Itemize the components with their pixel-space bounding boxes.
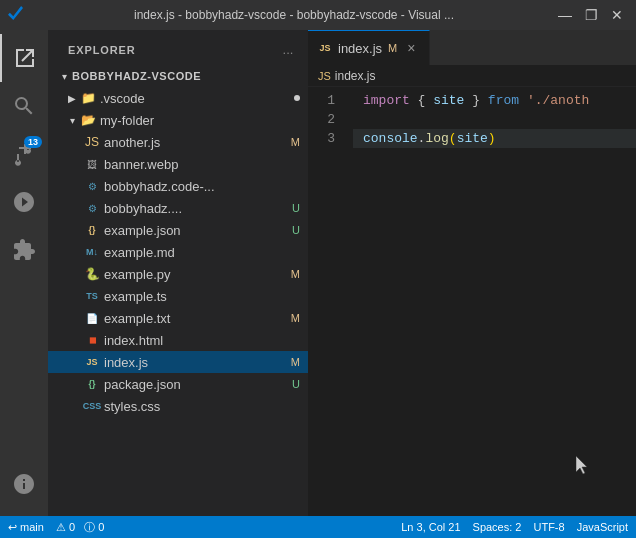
- workspace-label: BOBBYHADZ-VSCODE: [72, 70, 300, 82]
- activity-item-search[interactable]: [0, 82, 48, 130]
- my-folder-chevron-icon: ▾: [64, 112, 80, 128]
- code-content[interactable]: import { site } from './anoth console: [353, 91, 636, 512]
- main-layout: 13 EXPLORER ...: [0, 30, 636, 516]
- activity-item-extensions[interactable]: [0, 226, 48, 274]
- file-tree: ▶ 📁 .vscode ▾ 📂 my-folder JS another.js …: [48, 87, 308, 516]
- tree-item-examplejson[interactable]: {} example.json U: [48, 219, 308, 241]
- token-console: console: [363, 129, 418, 148]
- token-import: import: [363, 91, 410, 110]
- line-num-3: 3: [308, 129, 343, 148]
- stylescss-label: styles.css: [104, 399, 300, 414]
- examplepy-icon: 🐍: [84, 266, 100, 282]
- token-space: [519, 91, 527, 110]
- sidebar-actions: ...: [280, 42, 296, 58]
- packagejson-badge: U: [292, 378, 300, 390]
- tab-indexjs-icon: JS: [318, 41, 332, 55]
- examplepy-label: example.py: [104, 267, 285, 282]
- examplejson-badge: U: [292, 224, 300, 236]
- tree-item-my-folder[interactable]: ▾ 📂 my-folder: [48, 109, 308, 131]
- tab-bar: JS index.js M ×: [308, 30, 636, 65]
- exampletxt-icon: 📄: [84, 310, 100, 326]
- maximize-button[interactable]: ❐: [580, 4, 602, 26]
- tree-item-indexjs[interactable]: JS index.js M: [48, 351, 308, 373]
- tree-item-examplets[interactable]: TS example.ts: [48, 285, 308, 307]
- token-site: site: [433, 91, 464, 110]
- status-errors[interactable]: ⚠ 0 ⓘ 0: [56, 520, 105, 535]
- tree-item-examplemd[interactable]: M↓ example.md: [48, 241, 308, 263]
- title-bar: index.js - bobbyhadz-vscode - bobbyhadz-…: [0, 0, 636, 30]
- packagejson-icon: {}: [84, 376, 100, 392]
- sidebar-title: EXPLORER: [68, 44, 136, 56]
- activity-bar: 13: [0, 30, 48, 516]
- code-area[interactable]: 1 2 3 import { site } from './anoth: [308, 87, 636, 516]
- vscode-chevron-icon: ▶: [64, 90, 80, 106]
- activity-item-source-control[interactable]: 13: [0, 130, 48, 178]
- exampletxt-label: example.txt: [104, 311, 285, 326]
- status-right: Ln 3, Col 21 Spaces: 2 UTF-8 JavaScript: [401, 521, 628, 533]
- sidebar-more-button[interactable]: ...: [280, 42, 296, 58]
- bannerwebp-icon: 🖼: [84, 156, 100, 172]
- packagejson-label: package.json: [104, 377, 286, 392]
- bobbyhadz-code-label: bobbyhadz.code-...: [104, 179, 300, 194]
- status-language[interactable]: JavaScript: [577, 521, 628, 533]
- status-bar: ↩ main ⚠ 0 ⓘ 0 Ln 3, Col 21 Spaces: 2 UT…: [0, 516, 636, 538]
- token-log: log: [425, 129, 448, 148]
- bobbyhadz-code-icon: ⚙: [84, 178, 100, 194]
- bobbyhadz2-badge: U: [292, 202, 300, 214]
- my-folder-label: my-folder: [100, 113, 300, 128]
- tree-item-anotherjs[interactable]: JS another.js M: [48, 131, 308, 153]
- minimize-button[interactable]: —: [554, 4, 576, 26]
- tree-item-bobbyhadz-code[interactable]: ⚙ bobbyhadz.code-...: [48, 175, 308, 197]
- line-num-1: 1: [308, 91, 343, 110]
- activity-item-test[interactable]: [0, 460, 48, 508]
- examplemd-icon: M↓: [84, 244, 100, 260]
- sidebar: EXPLORER ... ▾ BOBBYHADZ-VSCODE ▶ 📁 .vsc…: [48, 30, 308, 516]
- token-dot: .: [418, 129, 426, 148]
- sidebar-header: EXPLORER ...: [48, 30, 308, 65]
- tree-item-bannerwebp[interactable]: 🖼 banner.webp: [48, 153, 308, 175]
- tree-item-indexhtml[interactable]: ◼ index.html: [48, 329, 308, 351]
- line-num-2: 2: [308, 110, 343, 129]
- exampletxt-badge: M: [291, 312, 300, 324]
- tab-indexjs-modified: M: [388, 42, 397, 54]
- indexhtml-icon: ◼: [84, 332, 100, 348]
- tree-item-packagejson[interactable]: {} package.json U: [48, 373, 308, 395]
- breadcrumb-file-icon: JS: [318, 70, 331, 82]
- bobbyhadz2-label: bobbyhadz....: [104, 201, 286, 216]
- code-line-1: import { site } from './anoth: [353, 91, 636, 110]
- status-spaces[interactable]: Spaces: 2: [473, 521, 522, 533]
- token-from: from: [488, 91, 519, 110]
- anotherjs-icon: JS: [84, 134, 100, 150]
- activity-item-run-debug[interactable]: [0, 178, 48, 226]
- status-branch[interactable]: ↩ main: [8, 521, 44, 534]
- tree-item-vscode[interactable]: ▶ 📁 .vscode: [48, 87, 308, 109]
- token-brace-open: {: [410, 91, 433, 110]
- workspace-chevron: ▾: [56, 68, 72, 84]
- line-numbers: 1 2 3: [308, 91, 353, 512]
- examplejson-icon: {}: [84, 222, 100, 238]
- workspace-root[interactable]: ▾ BOBBYHADZ-VSCODE: [48, 65, 308, 87]
- vscode-label: .vscode: [100, 91, 288, 106]
- indexjs-label: index.js: [104, 355, 285, 370]
- stylescss-icon: CSS: [84, 398, 100, 414]
- tab-indexjs[interactable]: JS index.js M ×: [308, 30, 430, 65]
- tree-item-examplepy[interactable]: 🐍 example.py M: [48, 263, 308, 285]
- tree-item-bobbyhadz2[interactable]: ⚙ bobbyhadz.... U: [48, 197, 308, 219]
- app-icon: [8, 6, 26, 24]
- status-position[interactable]: Ln 3, Col 21: [401, 521, 460, 533]
- indexhtml-label: index.html: [104, 333, 300, 348]
- anotherjs-label: another.js: [104, 135, 285, 150]
- tree-item-stylescss[interactable]: CSS styles.css: [48, 395, 308, 417]
- vscode-folder-icon: 📁: [80, 90, 96, 106]
- tree-item-exampletxt[interactable]: 📄 example.txt M: [48, 307, 308, 329]
- tab-indexjs-label: index.js: [338, 41, 382, 56]
- token-path: './anoth: [527, 91, 589, 110]
- editor-area: JS index.js M × JS index.js 1 2 3 import: [308, 30, 636, 516]
- activity-item-explorer[interactable]: [0, 34, 48, 82]
- status-encoding[interactable]: UTF-8: [533, 521, 564, 533]
- token-site-arg: site: [457, 129, 488, 148]
- close-button[interactable]: ✕: [606, 4, 628, 26]
- examplets-label: example.ts: [104, 289, 300, 304]
- tab-close-button[interactable]: ×: [403, 40, 419, 56]
- indexjs-badge: M: [291, 356, 300, 368]
